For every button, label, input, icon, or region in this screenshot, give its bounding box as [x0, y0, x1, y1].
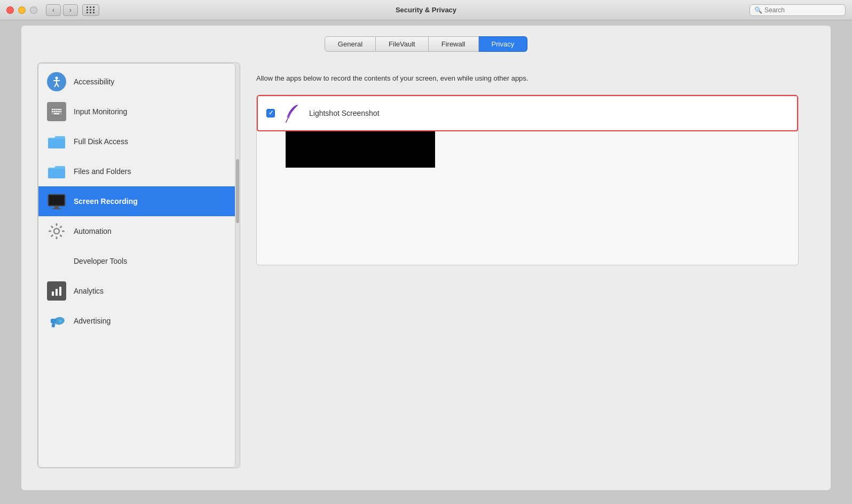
- close-button[interactable]: [6, 6, 14, 14]
- right-panel: Allow the apps below to record the conte…: [240, 62, 815, 468]
- forward-button[interactable]: ›: [63, 4, 78, 16]
- svg-rect-15: [60, 111, 61, 112]
- svg-line-4: [57, 83, 59, 86]
- sidebar-list: Accessibility: [38, 64, 235, 467]
- monitor-icon: [47, 192, 66, 211]
- app-list-area: Lightshot Screenshot: [256, 94, 799, 265]
- tab-privacy[interactable]: Privacy: [479, 36, 528, 52]
- maximize-button[interactable]: [30, 6, 37, 14]
- sidebar-wrapper: Accessibility: [37, 62, 240, 468]
- grid-icon: [86, 6, 95, 13]
- sidebar-item-analytics-label: Analytics: [74, 287, 104, 295]
- svg-rect-23: [56, 237, 58, 239]
- tab-firewall[interactable]: Firewall: [429, 36, 479, 52]
- sidebar-item-analytics[interactable]: Analytics: [38, 276, 235, 306]
- sidebar-item-accessibility-label: Accessibility: [74, 77, 114, 86]
- sidebar-item-automation-label: Automation: [74, 227, 112, 235]
- svg-rect-10: [60, 109, 61, 110]
- tab-bar: General FileVault Firewall Privacy: [37, 36, 815, 52]
- folder-files-icon: [47, 162, 66, 181]
- lightshot-name: Lightshot Screenshot: [309, 109, 380, 117]
- svg-rect-28: [59, 234, 62, 238]
- developer-tools-icon: [47, 251, 66, 271]
- svg-rect-9: [58, 109, 60, 110]
- window-title: Security & Privacy: [396, 6, 456, 14]
- redacted-bar: [286, 131, 435, 168]
- accessibility-icon: [47, 72, 66, 91]
- sidebar-item-advertising[interactable]: Advertising: [38, 306, 235, 336]
- svg-rect-27: [51, 234, 54, 238]
- sidebar-scrollbar[interactable]: [235, 63, 240, 468]
- svg-rect-20: [52, 208, 61, 209]
- svg-rect-13: [56, 111, 58, 112]
- svg-rect-31: [56, 289, 58, 296]
- svg-rect-25: [49, 231, 51, 232]
- svg-rect-6: [52, 109, 53, 110]
- minimize-button[interactable]: [18, 6, 26, 14]
- sidebar-item-screen-recording-label: Screen Recording: [74, 197, 138, 206]
- svg-rect-35: [51, 323, 55, 328]
- svg-rect-8: [56, 109, 58, 110]
- grid-view-button[interactable]: [82, 4, 99, 16]
- sidebar: Accessibility: [38, 63, 235, 468]
- main-window: General FileVault Firewall Privacy: [21, 26, 831, 490]
- svg-point-0: [56, 77, 58, 80]
- tab-general[interactable]: General: [325, 36, 376, 52]
- svg-rect-14: [58, 111, 60, 112]
- lightshot-icon: [281, 103, 303, 124]
- panel-description: Allow the apps below to record the conte…: [256, 73, 799, 84]
- svg-rect-26: [59, 225, 62, 229]
- megaphone-icon: [47, 311, 66, 330]
- svg-line-37: [286, 118, 288, 122]
- svg-rect-12: [54, 111, 56, 112]
- search-input[interactable]: [764, 6, 841, 14]
- nav-arrows: ‹ ›: [46, 4, 78, 16]
- search-icon: 🔍: [754, 6, 762, 14]
- sidebar-item-screen-recording[interactable]: Screen Recording: [38, 186, 235, 216]
- folder-full-disk-icon: [47, 132, 66, 151]
- svg-rect-11: [52, 111, 53, 112]
- svg-point-36: [59, 319, 62, 322]
- lightshot-checkbox[interactable]: [266, 109, 275, 117]
- sidebar-item-input-monitoring[interactable]: Input Monitoring: [38, 97, 235, 127]
- tab-filevault[interactable]: FileVault: [376, 36, 429, 52]
- svg-rect-7: [54, 109, 56, 110]
- titlebar: ‹ › Security & Privacy 🔍: [0, 0, 852, 20]
- sidebar-item-accessibility[interactable]: Accessibility: [38, 67, 235, 97]
- content-area: Accessibility: [37, 62, 815, 468]
- back-button[interactable]: ‹: [46, 4, 61, 16]
- sidebar-item-automation[interactable]: Automation: [38, 216, 235, 246]
- svg-rect-34: [51, 319, 56, 323]
- sidebar-item-files-and-folders-label: Files and Folders: [74, 167, 131, 176]
- keyboard-icon: [47, 102, 66, 121]
- svg-rect-22: [56, 223, 58, 226]
- svg-rect-30: [52, 292, 54, 296]
- svg-rect-18: [49, 195, 64, 205]
- traffic-lights: [6, 6, 37, 14]
- svg-rect-19: [54, 206, 59, 208]
- svg-rect-29: [51, 225, 54, 229]
- sidebar-item-files-and-folders[interactable]: Files and Folders: [38, 156, 235, 186]
- sidebar-scrollbar-thumb[interactable]: [236, 159, 239, 223]
- svg-point-21: [54, 229, 59, 234]
- sidebar-item-developer-tools[interactable]: Developer Tools: [38, 246, 235, 276]
- analytics-icon: [47, 281, 66, 301]
- sidebar-item-full-disk-access[interactable]: Full Disk Access: [38, 127, 235, 156]
- sidebar-item-advertising-label: Advertising: [74, 317, 111, 325]
- svg-rect-32: [59, 287, 61, 296]
- sidebar-item-input-monitoring-label: Input Monitoring: [74, 107, 127, 116]
- app-item-lightshot[interactable]: Lightshot Screenshot: [257, 95, 798, 131]
- gear-icon: [47, 222, 66, 241]
- svg-rect-24: [62, 231, 65, 232]
- svg-rect-16: [54, 113, 59, 114]
- sidebar-item-developer-tools-label: Developer Tools: [74, 257, 127, 265]
- search-bar[interactable]: 🔍: [750, 4, 846, 16]
- sidebar-item-full-disk-access-label: Full Disk Access: [74, 137, 128, 146]
